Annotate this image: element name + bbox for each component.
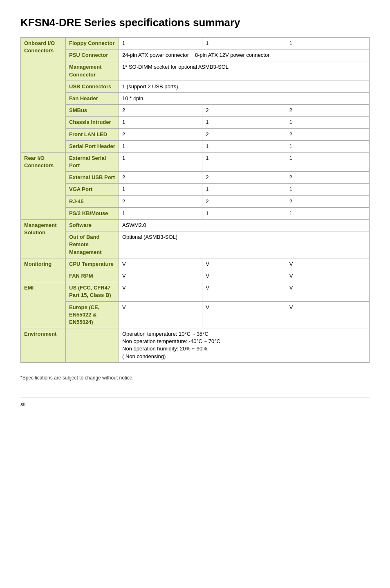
table-row: Fan Header10 * 4pin [21,92,370,104]
subcategory-cell: SMBus [66,105,119,117]
data-cell-2: V [202,301,286,328]
data-cell-span: 1* SO-DIMM socket for optional ASMB3-SOL [119,61,370,81]
table-row: SMBus222 [21,105,370,117]
data-cell-1: 1 [119,117,202,128]
subcategory-cell: External USB Port [66,172,119,184]
subcategory-cell: Front LAN LED [66,128,119,140]
table-row: FAN RPMVVV [21,270,370,282]
data-cell-2: 1 [202,140,286,152]
subcategory-cell: External Serial Port [66,152,119,171]
table-row: VGA Port111 [21,184,370,195]
data-cell-2: 1 [202,184,286,195]
table-row: External USB Port222 [21,172,370,184]
table-row: Front LAN LED222 [21,128,370,140]
table-row: Serial Port Header111 [21,140,370,152]
table-row: USB Connectors1 (support 2 USB ports) [21,81,370,92]
table-row: Out of Band Remote ManagementOptional (A… [21,231,370,258]
data-cell-2: 2 [202,195,286,207]
data-cell-2: 1 [202,152,286,171]
data-cell-1: 1 [119,184,202,195]
data-cell-1: 1 [119,38,202,49]
page-number: xii [20,401,25,407]
subcategory-cell: CPU Temperature [66,258,119,270]
data-cell-span: Optional (ASMB3-SOL) [119,231,370,258]
table-row: EnvironmentOperation temperature: 10°C ~… [21,328,370,363]
table-row: Europe (CE, EN55022 & EN55024)VVV [21,301,370,328]
subcategory-cell: Software [66,220,119,231]
data-cell-2: V [202,282,286,301]
data-cell-3: 2 [286,195,369,207]
category-cell: EMI [21,282,66,328]
data-cell-2: 1 [202,38,286,49]
table-row: MonitoringCPU TemperatureVVV [21,258,370,270]
data-cell-span: Operation temperature: 10°C ~ 35°C Non o… [119,328,370,363]
page-title: KFSN4-DRE Series specifications summary [20,16,370,29]
table-row: PSU Connector24-pin ATX power connector … [21,49,370,61]
data-cell-1: V [119,270,202,282]
table-row: RJ-45222 [21,195,370,207]
subcategory-cell: Serial Port Header [66,140,119,152]
data-cell-1: 2 [119,172,202,184]
subcategory-cell: Floppy Connector [66,38,119,49]
data-cell-3: V [286,270,369,282]
data-cell-span: 1 (support 2 USB ports) [119,81,370,92]
table-row: EMIUS (FCC, CFR47 Part 15, Class B)VVV [21,282,370,301]
category-cell: Environment [21,328,66,363]
data-cell-1: 1 [119,152,202,171]
category-cell: Onboard I/O Connectors [21,38,66,153]
subcategory-cell: Fan Header [66,92,119,104]
category-cell: Monitoring [21,258,66,282]
data-cell-1: 2 [119,195,202,207]
data-cell-3: 1 [286,152,369,171]
footer-divider: xii [20,397,370,407]
data-cell-2: V [202,258,286,270]
subcategory-cell: Chassis Intruder [66,117,119,128]
data-cell-span: ASWM2.0 [119,220,370,231]
data-cell-3: V [286,301,369,328]
subcategory-cell: PSU Connector [66,49,119,61]
subcategory-cell: USB Connectors [66,81,119,92]
data-cell-span: 24-pin ATX power connector + 8-pin ATX 1… [119,49,370,61]
subcategory-cell: PS/2 KB/Mouse [66,207,119,219]
subcategory-cell: Out of Band Remote Management [66,231,119,258]
category-cell: Rear I/O Connectors [21,152,66,219]
subcategory-cell: RJ-45 [66,195,119,207]
data-cell-3: 2 [286,172,369,184]
category-cell: Management Solution [21,220,66,258]
subcategory-cell: VGA Port [66,184,119,195]
data-cell-3: 1 [286,117,369,128]
data-cell-1: 1 [119,207,202,219]
data-cell-2: 2 [202,105,286,117]
data-cell-1: V [119,282,202,301]
subcategory-cell [66,328,119,363]
subcategory-cell: US (FCC, CFR47 Part 15, Class B) [66,282,119,301]
data-cell-1: 2 [119,105,202,117]
table-row: Rear I/O ConnectorsExternal Serial Port1… [21,152,370,171]
table-row: Management SolutionSoftwareASWM2.0 [21,220,370,231]
data-cell-3: 2 [286,128,369,140]
data-cell-2: 2 [202,128,286,140]
data-cell-1: V [119,301,202,328]
data-cell-3: 1 [286,184,369,195]
table-row: Onboard I/O ConnectorsFloppy Connector11… [21,38,370,49]
table-row: Management Connector1* SO-DIMM socket fo… [21,61,370,81]
data-cell-3: 1 [286,140,369,152]
table-row: Chassis Intruder111 [21,117,370,128]
specs-table: Onboard I/O ConnectorsFloppy Connector11… [20,37,370,363]
data-cell-2: 1 [202,117,286,128]
data-cell-span: 10 * 4pin [119,92,370,104]
footnote: *Specifications are subject to change wi… [20,375,370,381]
data-cell-3: 1 [286,207,369,219]
data-cell-2: 2 [202,172,286,184]
data-cell-1: 1 [119,140,202,152]
subcategory-cell: Europe (CE, EN55022 & EN55024) [66,301,119,328]
subcategory-cell: Management Connector [66,61,119,81]
data-cell-2: V [202,270,286,282]
table-row: PS/2 KB/Mouse111 [21,207,370,219]
data-cell-1: 2 [119,128,202,140]
data-cell-3: V [286,258,369,270]
data-cell-3: 1 [286,38,369,49]
subcategory-cell: FAN RPM [66,270,119,282]
data-cell-3: 2 [286,105,369,117]
data-cell-2: 1 [202,207,286,219]
